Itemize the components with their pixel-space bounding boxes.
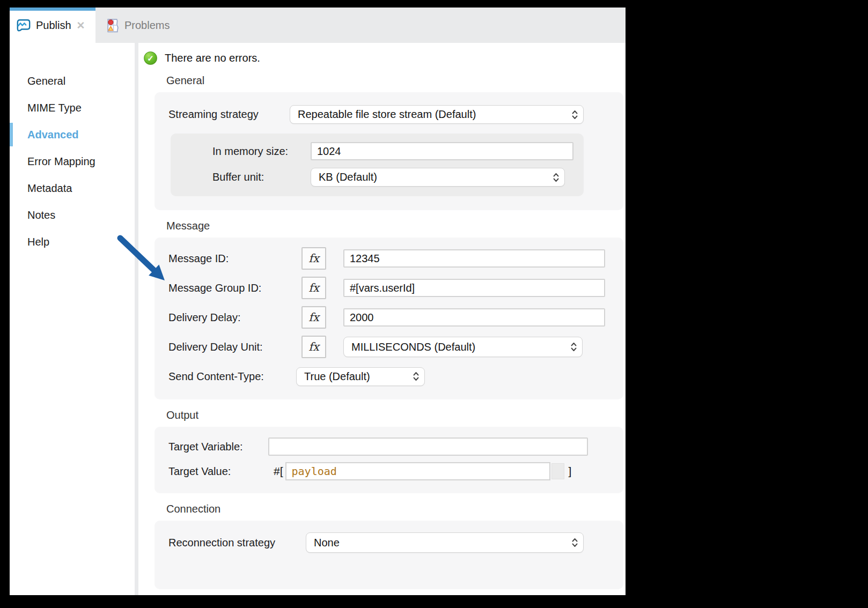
in-memory-size-label: In memory size: — [212, 145, 311, 158]
sidebar-item-notes[interactable]: Notes — [10, 202, 135, 228]
send-content-type-label: Send Content-Type: — [168, 370, 296, 383]
problems-icon — [106, 18, 120, 33]
streaming-strategy-select[interactable]: Repeatable file store stream (Default) — [290, 105, 584, 124]
sidebar-item-error-mapping[interactable]: Error Mapping — [10, 148, 135, 175]
buffer-unit-label: Buffer unit: — [212, 171, 311, 183]
delivery-delay-input[interactable] — [343, 308, 605, 327]
tab-publish[interactable]: Publish ✕ — [10, 8, 95, 43]
active-tab-accent — [10, 8, 95, 11]
sidebar-item-help[interactable]: Help — [10, 228, 135, 255]
tab-bar: Publish ✕ Problems — [10, 8, 626, 43]
connection-panel: Reconnection strategy None — [155, 521, 623, 589]
properties-window: Publish ✕ Problems General MIME Type — [10, 8, 626, 595]
streaming-options-panel: In memory size: Buffer unit: KB (Default… — [171, 134, 584, 196]
delivery-delay-row: Delivery Delay: fx — [155, 306, 623, 329]
sidebar: General MIME Type Advanced Error Mapping… — [10, 43, 135, 595]
main-panel: ✓ There are no errors. General Streaming… — [138, 43, 626, 595]
fx-expression-button[interactable]: fx — [301, 277, 326, 299]
message-group-id-row: Message Group ID: fx — [155, 277, 623, 299]
reconnection-strategy-select[interactable]: None — [306, 532, 584, 553]
stepper-icon — [572, 110, 578, 120]
active-item-indicator — [10, 123, 13, 146]
delivery-delay-unit-value: MILLISECONDS (Default) — [351, 341, 567, 353]
target-value-expression-input[interactable] — [285, 462, 550, 480]
sidebar-item-general[interactable]: General — [10, 68, 135, 94]
tab-problems[interactable]: Problems — [106, 8, 170, 43]
tab-problems-label: Problems — [124, 19, 170, 32]
sidebar-item-mime-type[interactable]: MIME Type — [10, 94, 135, 121]
reconnection-strategy-row: Reconnection strategy None — [155, 532, 623, 553]
reconnection-strategy-label: Reconnection strategy — [168, 537, 306, 549]
delivery-delay-unit-select[interactable]: MILLISECONDS (Default) — [343, 337, 583, 357]
target-variable-label: Target Variable: — [168, 441, 268, 453]
buffer-unit-select[interactable]: KB (Default) — [311, 168, 565, 187]
output-panel: Target Variable: Target Value: #[ ] — [155, 427, 623, 493]
message-id-input[interactable] — [343, 249, 605, 268]
message-group-id-label: Message Group ID: — [168, 282, 301, 294]
sidebar-divider — [135, 43, 138, 595]
sidebar-item-advanced-label: Advanced — [27, 129, 79, 141]
expression-close-bracket: ] — [569, 465, 572, 478]
streaming-strategy-value: Repeatable file store stream (Default) — [298, 108, 568, 121]
send-content-type-value: True (Default) — [304, 370, 409, 383]
target-variable-input[interactable] — [268, 438, 588, 456]
validation-status: ✓ There are no errors. — [144, 51, 626, 65]
in-memory-size-input[interactable] — [311, 142, 573, 160]
buffer-unit-value: KB (Default) — [319, 171, 549, 183]
message-group-id-input[interactable] — [343, 279, 605, 297]
send-content-type-select[interactable]: True (Default) — [296, 367, 425, 386]
publish-flow-icon — [16, 18, 31, 33]
delivery-delay-unit-row: Delivery Delay Unit: fx MILLISECONDS (De… — [155, 336, 623, 358]
message-id-label: Message ID: — [168, 253, 301, 265]
general-panel: Streaming strategy Repeatable file store… — [155, 92, 623, 210]
send-content-type-row: Send Content-Type: True (Default) — [155, 365, 623, 388]
target-variable-row: Target Variable: — [155, 438, 623, 456]
success-check-icon: ✓ — [144, 51, 157, 65]
sidebar-item-metadata[interactable]: Metadata — [10, 175, 135, 202]
fx-expression-button[interactable]: fx — [301, 247, 326, 270]
close-icon[interactable]: ✕ — [77, 20, 85, 31]
stepper-icon — [571, 342, 577, 352]
sidebar-item-advanced[interactable]: Advanced — [10, 121, 135, 148]
section-title-connection: Connection — [166, 503, 626, 515]
fx-expression-button[interactable]: fx — [301, 306, 326, 329]
stepper-icon — [553, 173, 559, 182]
target-value-row: Target Value: #[ ] — [155, 462, 623, 480]
status-message: There are no errors. — [165, 52, 260, 64]
delivery-delay-label: Delivery Delay: — [168, 312, 301, 324]
message-id-row: Message ID: fx — [155, 247, 623, 270]
section-title-output: Output — [166, 409, 626, 421]
section-title-general: General — [166, 75, 626, 87]
delivery-delay-unit-label: Delivery Delay Unit: — [168, 341, 301, 353]
section-title-message: Message — [166, 220, 626, 232]
stepper-icon — [413, 372, 419, 381]
stepper-icon — [572, 538, 578, 547]
message-panel: Message ID: fx Message Group ID: fx Deli… — [155, 238, 623, 399]
expression-trailing-box — [551, 463, 564, 479]
fx-expression-button[interactable]: fx — [301, 336, 326, 358]
streaming-strategy-label: Streaming strategy — [168, 108, 290, 121]
expression-open-bracket: #[ — [274, 465, 283, 478]
target-value-label: Target Value: — [168, 465, 274, 478]
reconnection-strategy-value: None — [314, 537, 568, 549]
tab-publish-label: Publish — [36, 19, 71, 32]
